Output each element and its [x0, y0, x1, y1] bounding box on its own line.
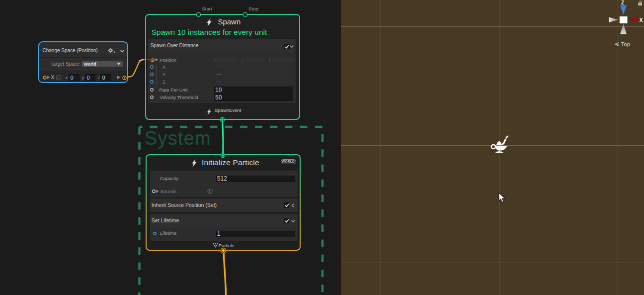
svg-text:L: L — [58, 76, 60, 80]
svg-text:Z: Z — [621, 0, 624, 5]
svg-text:Top: Top — [621, 41, 631, 47]
svg-text:L: L — [209, 190, 211, 194]
svg-text:X: X — [640, 17, 643, 23]
